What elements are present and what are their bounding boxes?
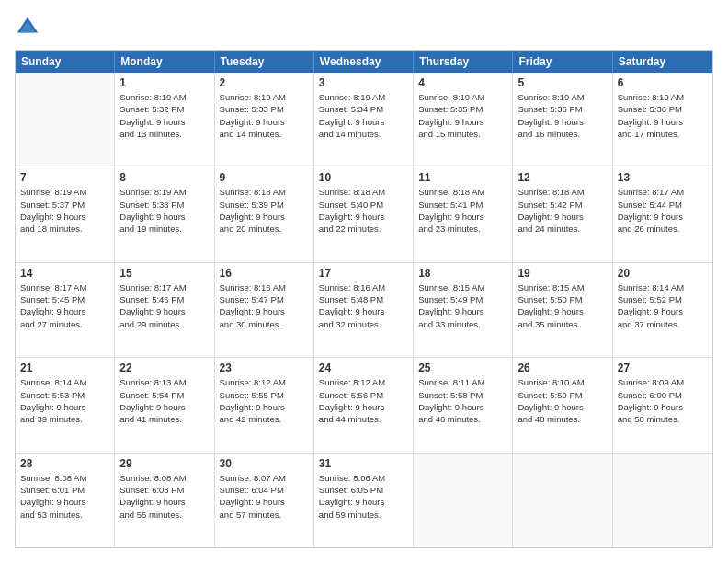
calendar-cell: 23Sunrise: 8:12 AM Sunset: 5:55 PM Dayli…: [215, 358, 314, 452]
day-number: 15: [119, 267, 209, 280]
calendar-header-cell: Friday: [513, 51, 612, 73]
calendar-cell: 8Sunrise: 8:19 AM Sunset: 5:38 PM Daylig…: [115, 167, 214, 261]
day-info: Sunrise: 8:17 AM Sunset: 5:46 PM Dayligh…: [119, 282, 209, 330]
calendar-cell: 24Sunrise: 8:12 AM Sunset: 5:56 PM Dayli…: [314, 358, 414, 452]
day-number: 21: [20, 362, 109, 374]
logo: [15, 15, 44, 40]
calendar-cell: 14Sunrise: 8:17 AM Sunset: 5:45 PM Dayli…: [16, 263, 115, 357]
day-number: 12: [518, 171, 607, 184]
day-info: Sunrise: 8:18 AM Sunset: 5:41 PM Dayligh…: [418, 186, 507, 235]
day-info: Sunrise: 8:14 AM Sunset: 5:52 PM Dayligh…: [618, 282, 708, 330]
day-number: 8: [119, 171, 209, 184]
calendar-cell: 5Sunrise: 8:19 AM Sunset: 5:35 PM Daylig…: [513, 73, 612, 167]
day-info: Sunrise: 8:18 AM Sunset: 5:39 PM Dayligh…: [220, 186, 309, 235]
calendar-cell: 15Sunrise: 8:17 AM Sunset: 5:46 PM Dayli…: [115, 263, 214, 357]
calendar-week: 21Sunrise: 8:14 AM Sunset: 5:53 PM Dayli…: [16, 358, 712, 453]
day-number: 29: [119, 457, 209, 470]
day-info: Sunrise: 8:09 AM Sunset: 6:00 PM Dayligh…: [618, 376, 708, 425]
calendar-cell: 11Sunrise: 8:18 AM Sunset: 5:41 PM Dayli…: [414, 167, 513, 261]
calendar-cell: 28Sunrise: 8:08 AM Sunset: 6:01 PM Dayli…: [16, 454, 115, 547]
day-info: Sunrise: 8:19 AM Sunset: 5:34 PM Dayligh…: [319, 91, 408, 140]
calendar-cell: [414, 454, 513, 547]
day-number: 5: [518, 76, 607, 89]
day-info: Sunrise: 8:18 AM Sunset: 5:42 PM Dayligh…: [518, 186, 607, 235]
calendar-header-cell: Saturday: [613, 51, 712, 73]
day-number: 7: [20, 171, 109, 184]
day-info: Sunrise: 8:18 AM Sunset: 5:40 PM Dayligh…: [319, 186, 408, 235]
calendar-header-cell: Wednesday: [314, 51, 414, 73]
calendar-cell: 2Sunrise: 8:19 AM Sunset: 5:33 PM Daylig…: [215, 73, 314, 167]
day-number: 17: [319, 267, 408, 280]
calendar-week: 14Sunrise: 8:17 AM Sunset: 5:45 PM Dayli…: [16, 263, 712, 358]
day-number: 10: [319, 171, 408, 184]
calendar-cell: 13Sunrise: 8:17 AM Sunset: 5:44 PM Dayli…: [613, 167, 712, 261]
day-number: 25: [418, 362, 507, 374]
day-number: 14: [20, 267, 109, 280]
day-info: Sunrise: 8:17 AM Sunset: 5:44 PM Dayligh…: [618, 186, 708, 235]
day-info: Sunrise: 8:19 AM Sunset: 5:35 PM Dayligh…: [418, 91, 507, 140]
calendar-header-cell: Thursday: [414, 51, 513, 73]
day-info: Sunrise: 8:14 AM Sunset: 5:53 PM Dayligh…: [20, 376, 109, 425]
logo-icon: [15, 15, 40, 40]
calendar-header-row: SundayMondayTuesdayWednesdayThursdayFrid…: [16, 51, 712, 73]
day-number: 23: [220, 362, 309, 374]
day-number: 22: [119, 362, 209, 374]
calendar: SundayMondayTuesdayWednesdayThursdayFrid…: [15, 50, 713, 548]
day-info: Sunrise: 8:17 AM Sunset: 5:45 PM Dayligh…: [20, 282, 109, 330]
calendar-week: 7Sunrise: 8:19 AM Sunset: 5:37 PM Daylig…: [16, 167, 712, 262]
day-info: Sunrise: 8:07 AM Sunset: 6:04 PM Dayligh…: [220, 472, 309, 521]
calendar-cell: [16, 73, 115, 167]
calendar-cell: 31Sunrise: 8:06 AM Sunset: 6:05 PM Dayli…: [314, 454, 414, 547]
calendar-cell: 19Sunrise: 8:15 AM Sunset: 5:50 PM Dayli…: [513, 263, 612, 357]
day-info: Sunrise: 8:12 AM Sunset: 5:56 PM Dayligh…: [319, 376, 408, 425]
day-info: Sunrise: 8:19 AM Sunset: 5:32 PM Dayligh…: [119, 91, 209, 140]
calendar-week: 1Sunrise: 8:19 AM Sunset: 5:32 PM Daylig…: [16, 73, 712, 167]
day-number: 28: [20, 457, 109, 470]
day-info: Sunrise: 8:12 AM Sunset: 5:55 PM Dayligh…: [220, 376, 309, 425]
calendar-cell: 1Sunrise: 8:19 AM Sunset: 5:32 PM Daylig…: [115, 73, 214, 167]
calendar-cell: 26Sunrise: 8:10 AM Sunset: 5:59 PM Dayli…: [513, 358, 612, 452]
day-info: Sunrise: 8:19 AM Sunset: 5:38 PM Dayligh…: [119, 186, 209, 235]
calendar-cell: 6Sunrise: 8:19 AM Sunset: 5:36 PM Daylig…: [613, 73, 712, 167]
calendar-cell: 7Sunrise: 8:19 AM Sunset: 5:37 PM Daylig…: [16, 167, 115, 261]
day-info: Sunrise: 8:11 AM Sunset: 5:58 PM Dayligh…: [418, 376, 507, 425]
page: SundayMondayTuesdayWednesdayThursdayFrid…: [0, 0, 728, 563]
day-number: 4: [418, 76, 507, 89]
day-number: 19: [518, 267, 607, 280]
calendar-cell: 9Sunrise: 8:18 AM Sunset: 5:39 PM Daylig…: [215, 167, 314, 261]
day-info: Sunrise: 8:10 AM Sunset: 5:59 PM Dayligh…: [518, 376, 607, 425]
calendar-cell: [513, 454, 612, 547]
day-info: Sunrise: 8:16 AM Sunset: 5:47 PM Dayligh…: [220, 282, 309, 330]
day-info: Sunrise: 8:13 AM Sunset: 5:54 PM Dayligh…: [119, 376, 209, 425]
day-info: Sunrise: 8:15 AM Sunset: 5:50 PM Dayligh…: [518, 282, 607, 330]
header: [15, 15, 713, 40]
day-number: 1: [119, 76, 209, 89]
day-number: 2: [220, 76, 309, 89]
calendar-cell: [613, 454, 712, 547]
calendar-cell: 29Sunrise: 8:08 AM Sunset: 6:03 PM Dayli…: [115, 454, 214, 547]
calendar-cell: 27Sunrise: 8:09 AM Sunset: 6:00 PM Dayli…: [613, 358, 712, 452]
calendar-cell: 16Sunrise: 8:16 AM Sunset: 5:47 PM Dayli…: [215, 263, 314, 357]
day-info: Sunrise: 8:08 AM Sunset: 6:01 PM Dayligh…: [20, 472, 109, 521]
day-number: 27: [618, 362, 708, 374]
day-info: Sunrise: 8:19 AM Sunset: 5:35 PM Dayligh…: [518, 91, 607, 140]
day-info: Sunrise: 8:06 AM Sunset: 6:05 PM Dayligh…: [319, 472, 408, 521]
day-number: 24: [319, 362, 408, 374]
calendar-cell: 18Sunrise: 8:15 AM Sunset: 5:49 PM Dayli…: [414, 263, 513, 357]
calendar-cell: 20Sunrise: 8:14 AM Sunset: 5:52 PM Dayli…: [613, 263, 712, 357]
day-info: Sunrise: 8:08 AM Sunset: 6:03 PM Dayligh…: [119, 472, 209, 521]
day-info: Sunrise: 8:19 AM Sunset: 5:36 PM Dayligh…: [618, 91, 708, 140]
calendar-cell: 12Sunrise: 8:18 AM Sunset: 5:42 PM Dayli…: [513, 167, 612, 261]
calendar-week: 28Sunrise: 8:08 AM Sunset: 6:01 PM Dayli…: [16, 454, 712, 547]
calendar-cell: 22Sunrise: 8:13 AM Sunset: 5:54 PM Dayli…: [115, 358, 214, 452]
calendar-cell: 21Sunrise: 8:14 AM Sunset: 5:53 PM Dayli…: [16, 358, 115, 452]
calendar-body: 1Sunrise: 8:19 AM Sunset: 5:32 PM Daylig…: [16, 73, 712, 547]
day-info: Sunrise: 8:19 AM Sunset: 5:33 PM Dayligh…: [220, 91, 309, 140]
day-info: Sunrise: 8:16 AM Sunset: 5:48 PM Dayligh…: [319, 282, 408, 330]
day-number: 3: [319, 76, 408, 89]
day-info: Sunrise: 8:15 AM Sunset: 5:49 PM Dayligh…: [418, 282, 507, 330]
day-number: 6: [618, 76, 708, 89]
calendar-cell: 3Sunrise: 8:19 AM Sunset: 5:34 PM Daylig…: [314, 73, 414, 167]
calendar-cell: 30Sunrise: 8:07 AM Sunset: 6:04 PM Dayli…: [215, 454, 314, 547]
day-number: 13: [618, 171, 708, 184]
